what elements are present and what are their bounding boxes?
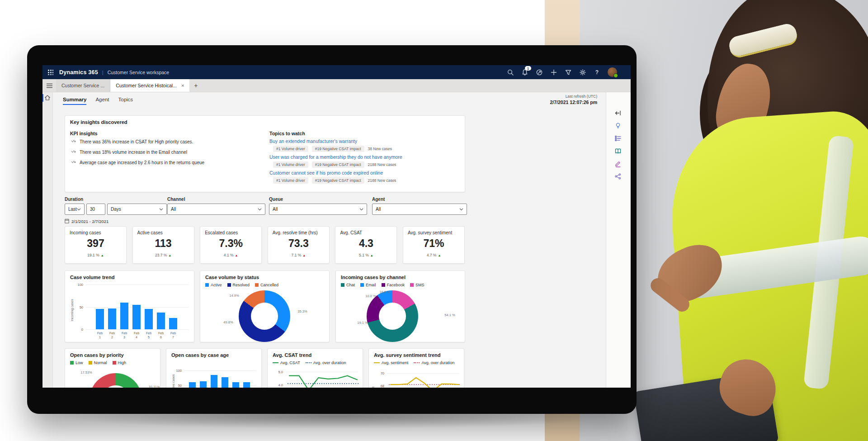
legend-item: SMS bbox=[410, 283, 425, 287]
notes-pen-icon[interactable] bbox=[614, 160, 623, 168]
duration-filter-label: Duration bbox=[65, 197, 83, 202]
bar-0[interactable] bbox=[189, 382, 196, 388]
bar-Feb 4[interactable] bbox=[132, 305, 141, 329]
bar-Feb 2[interactable] bbox=[108, 308, 116, 329]
bar-4[interactable] bbox=[232, 382, 239, 388]
insight-text: Average case age increased by 2.6 hours … bbox=[80, 160, 204, 165]
channel-select[interactable]: All bbox=[167, 204, 265, 215]
bar-2[interactable] bbox=[211, 375, 217, 388]
workspace-title: Customer Service workspace bbox=[108, 70, 170, 75]
ideas-lightbulb-icon[interactable] bbox=[614, 122, 623, 130]
bar-3[interactable] bbox=[222, 377, 228, 388]
legend-item: Low bbox=[70, 360, 83, 365]
topics-to-watch-title: Topics to watch bbox=[269, 131, 305, 136]
report-tab-summary[interactable]: Summary bbox=[63, 97, 86, 105]
legend-item: Active bbox=[205, 283, 222, 287]
bar-Feb 3[interactable] bbox=[120, 303, 128, 329]
report-tabs: SummaryAgentTopics bbox=[63, 97, 133, 105]
report-tab-topics[interactable]: Topics bbox=[118, 97, 133, 105]
date-range: 2/1/2021 - 2/7/2021 bbox=[65, 218, 108, 224]
topbar-icons: 1? bbox=[506, 67, 631, 77]
open-cases-by-priority-card: Open cases by priorityLowNormalHigh70.11… bbox=[65, 348, 160, 388]
topic-tag-chip: #19 Negative CSAT impact bbox=[312, 161, 364, 168]
topic-new-cases: 38 New cases bbox=[368, 147, 392, 151]
agent-select[interactable]: All bbox=[372, 204, 467, 215]
active-nav-indicator bbox=[42, 94, 43, 102]
waffle-menu-icon[interactable] bbox=[47, 69, 53, 75]
slice-label-resolved: 49.8% bbox=[223, 320, 233, 324]
topic-new-cases: 2188 New cases bbox=[368, 178, 396, 183]
bar-Feb 7[interactable] bbox=[169, 318, 177, 329]
chart-legend: LowNormalHigh bbox=[70, 360, 126, 365]
knowledge-book-icon[interactable] bbox=[614, 147, 623, 156]
kpi-value: 7.3% bbox=[200, 237, 261, 250]
bar-Feb 6[interactable] bbox=[157, 313, 165, 329]
channel-filter-label: Channel bbox=[167, 197, 185, 202]
collapse-pane-icon[interactable] bbox=[614, 109, 623, 118]
queue-filter-label: Queue bbox=[269, 197, 283, 202]
topic-link[interactable]: Customer cannot see if his promo code ex… bbox=[269, 170, 383, 175]
y-axis-title: Incoming cases bbox=[71, 299, 74, 321]
chevron-down-icon bbox=[77, 207, 81, 212]
quick-actions-icon[interactable] bbox=[535, 68, 543, 76]
new-tab-button[interactable]: + bbox=[189, 79, 202, 92]
topic-link[interactable]: Buy an extended manufacturer's warranty bbox=[269, 138, 357, 144]
bar-Feb 5[interactable] bbox=[145, 309, 153, 329]
kpi-delta: 19.1 %▲ bbox=[65, 253, 126, 257]
line-chart-canvas[interactable] bbox=[268, 349, 363, 388]
account-avatar[interactable] bbox=[608, 67, 617, 77]
duration-value-input[interactable] bbox=[86, 204, 105, 215]
duration-op-select[interactable]: Last bbox=[65, 204, 85, 215]
home-icon[interactable] bbox=[44, 94, 52, 102]
kpi-delta-text: 7.1 % bbox=[291, 253, 301, 257]
hamburger-menu-icon[interactable] bbox=[42, 79, 56, 92]
line-chart-canvas[interactable] bbox=[369, 349, 464, 388]
legend-label: Cancelled bbox=[260, 283, 278, 287]
bar-Feb 1[interactable] bbox=[96, 309, 104, 329]
topic-link[interactable]: User was charged for a membership they d… bbox=[269, 154, 402, 160]
slice-label-active: 35.3% bbox=[297, 309, 307, 313]
chevron-down-icon bbox=[459, 207, 463, 212]
close-tab-icon[interactable]: × bbox=[181, 83, 184, 88]
marketing-scene: Dynamics 365 | Customer Service workspac… bbox=[0, 0, 868, 441]
topic-tag-chip: #1 Volume driver bbox=[273, 146, 308, 152]
kpi-label: Avg. survey sentiment bbox=[408, 230, 452, 235]
kpi-delta-text: 4.7 % bbox=[427, 253, 437, 257]
kpi-delta: 4.7 %▲ bbox=[403, 253, 464, 257]
kpi-value: 71% bbox=[403, 237, 464, 250]
slice-label-email: 10.0 % bbox=[365, 294, 376, 298]
share-connections-icon[interactable] bbox=[614, 173, 623, 181]
insights-title: Key insights discovered bbox=[70, 119, 127, 125]
kpi-trend-arrow: ▲ bbox=[302, 254, 306, 257]
screen: Dynamics 365 | Customer Service workspac… bbox=[42, 65, 631, 388]
topic-new-cases: 2188 New cases bbox=[368, 162, 396, 167]
tasks-checklist-icon[interactable] bbox=[614, 135, 623, 143]
add-icon[interactable] bbox=[550, 68, 557, 76]
search-icon[interactable] bbox=[506, 68, 514, 76]
gridline bbox=[184, 370, 256, 371]
bar-1[interactable] bbox=[200, 381, 207, 388]
kpi-card-avg-csat: Avg. CSAT4.35.1 %▲ bbox=[335, 226, 397, 264]
x-axis-label: Feb7 bbox=[166, 332, 180, 340]
kpi-delta: 23.7 %▲ bbox=[133, 253, 194, 257]
duration-unit-select[interactable]: Days bbox=[107, 204, 167, 215]
session-tab-label: Customer Service Histoical... bbox=[116, 83, 177, 88]
kpi-insight-item: Average case age increased by 2.6 hours … bbox=[71, 160, 204, 165]
filter-icon[interactable] bbox=[564, 68, 572, 76]
settings-icon[interactable] bbox=[579, 68, 586, 76]
help-icon[interactable]: ? bbox=[593, 68, 601, 76]
bar-5[interactable] bbox=[243, 382, 250, 388]
kpi-delta: 5.1 %▲ bbox=[335, 253, 396, 257]
x-axis-label: Feb1 bbox=[93, 332, 107, 340]
session-tab-historical-analytics[interactable]: Customer Service Histoical... × bbox=[110, 79, 189, 92]
trend-zigzag-icon bbox=[71, 150, 76, 155]
legend-swatch bbox=[341, 283, 344, 287]
notifications-icon[interactable]: 1 bbox=[521, 68, 528, 76]
session-tab-customer-service[interactable]: Customer Service ... bbox=[56, 79, 110, 92]
legend-swatch bbox=[113, 361, 116, 365]
queue-select[interactable]: All bbox=[269, 204, 367, 215]
case-volume-by-status-card: Case volume by statusActiveResolvedCance… bbox=[200, 270, 330, 342]
topic-tag-chip: #1 Volume driver bbox=[273, 161, 308, 168]
kpi-insight-item: There was 36% increase in CSAT for High … bbox=[71, 139, 193, 144]
report-tab-agent[interactable]: Agent bbox=[95, 97, 109, 105]
